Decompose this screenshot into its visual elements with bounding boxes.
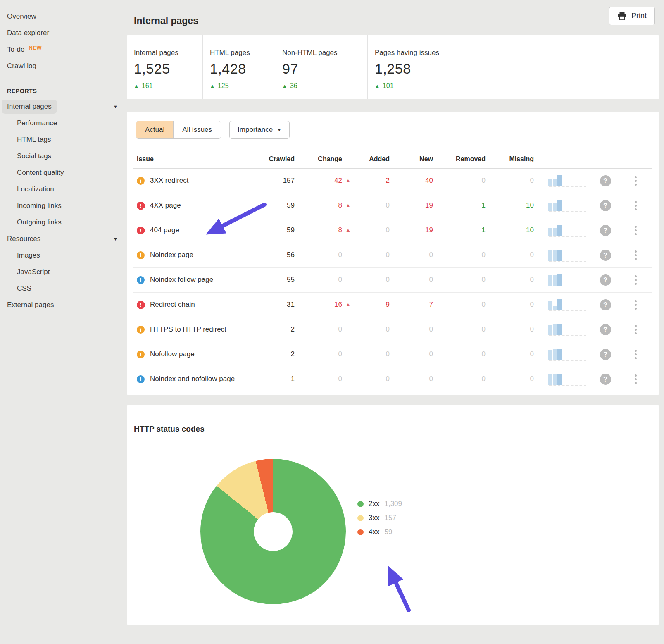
crawled-cell: 56 [253, 250, 295, 260]
sidebar-item-social-tags[interactable]: Social tags [0, 148, 127, 165]
kebab-menu-icon[interactable] [632, 299, 639, 310]
legend-item-4xx[interactable]: 4xx59 [357, 528, 402, 536]
new-cell: 19 [390, 200, 433, 211]
issue-cell: iHTTPS to HTTP redirect [133, 324, 253, 335]
removed-cell: 0 [433, 324, 486, 335]
tab-all-issues[interactable]: All issues [173, 121, 221, 138]
sidebar-item-performance[interactable]: Performance [0, 115, 127, 131]
help-icon[interactable]: ? [600, 324, 611, 335]
kebab-menu-icon[interactable] [632, 250, 639, 261]
column-header-missing[interactable]: Missing [486, 155, 534, 163]
sidebar-item-label: External pages [7, 301, 54, 309]
kebab-menu-icon[interactable] [632, 349, 639, 360]
help-icon[interactable]: ? [600, 200, 611, 211]
stat-value: 1,258 [375, 61, 655, 77]
kebab-dot [635, 205, 637, 207]
issue-cell: !4XX page [133, 200, 253, 211]
sidebar-item-html-tags[interactable]: HTML tags [0, 131, 127, 148]
sidebar-item-localization[interactable]: Localization [0, 181, 127, 198]
table-row[interactable]: iNoindex follow page550▲0000? [133, 268, 652, 293]
kebab-menu-icon[interactable] [632, 274, 639, 286]
stat-card-internal-pages[interactable]: Internal pages1,525▲161 [127, 35, 202, 99]
column-header-added[interactable]: Added [351, 155, 390, 163]
sidebar-item-css[interactable]: CSS [0, 280, 127, 297]
sidebar-item-incoming-links[interactable]: Incoming links [0, 198, 127, 214]
sidebar-item-javascript[interactable]: JavaScript [0, 264, 127, 280]
column-header-issue[interactable]: Issue [133, 155, 253, 163]
print-button[interactable]: Print [609, 7, 655, 25]
removed-cell: 1 [433, 200, 486, 211]
issue-cell: iNofollow page [133, 349, 253, 360]
column-header-new[interactable]: New [390, 155, 433, 163]
spark-bar [553, 374, 557, 385]
chart-panel: HTTP status codes 2xx1,3093xx1574xx59 [127, 405, 659, 625]
sidebar-item-internal-pages[interactable]: Internal pages▼ [0, 98, 127, 115]
table-row[interactable]: iNoindex and nofollow page10▲0000? [133, 367, 652, 391]
stat-delta: ▲125 [210, 82, 271, 90]
help-icon[interactable]: ? [600, 274, 611, 286]
table-row[interactable]: iNofollow page20▲0000? [133, 342, 652, 367]
kebab-menu-icon[interactable] [632, 374, 639, 385]
importance-dropdown[interactable]: Importance ▼ [229, 121, 290, 139]
spark-bar [548, 203, 552, 211]
spark-bar [553, 275, 557, 286]
warning-icon: i [137, 326, 145, 334]
chevron-down-icon[interactable]: ▼ [113, 236, 118, 241]
legend-item-3xx[interactable]: 3xx157 [357, 514, 402, 522]
kebab-menu-icon[interactable] [632, 200, 639, 211]
tab-actual[interactable]: Actual [136, 121, 173, 138]
table-row[interactable]: !404 page598▲019110? [133, 218, 652, 243]
sidebar-item-label: HTML tags [17, 136, 51, 144]
help-icon[interactable]: ? [600, 250, 611, 261]
table-row[interactable]: iNoindex page560▲0000? [133, 243, 652, 268]
column-header-removed[interactable]: Removed [433, 155, 486, 163]
help-cell: ? [592, 349, 619, 360]
help-cell: ? [592, 274, 619, 286]
issues-table-body: i3XX redirect15742▲24000?!4XX page598▲01… [133, 169, 652, 391]
kebab-menu-icon[interactable] [632, 324, 639, 335]
sidebar-item-resources[interactable]: Resources▼ [0, 231, 127, 247]
kebab-dot [635, 353, 637, 355]
sidebar-item-crawl-log[interactable]: Crawl log [0, 58, 127, 74]
added-cell: 9 [351, 299, 390, 310]
table-row[interactable]: iHTTPS to HTTP redirect20▲0000? [133, 317, 652, 342]
added-cell: 0 [351, 274, 390, 285]
sidebar-item-content-quality[interactable]: Content quality [0, 165, 127, 181]
sidebar-item-to-do[interactable]: To-doNEW [0, 41, 127, 58]
help-icon[interactable]: ? [600, 225, 611, 236]
column-header-change[interactable]: Change▲ [295, 155, 351, 163]
stat-card-pages-having-issues[interactable]: Pages having issues1,258▲101 [367, 35, 659, 99]
change-value: 8 [338, 200, 342, 211]
sidebar-item-overview[interactable]: Overview [0, 8, 127, 25]
new-cell: 0 [390, 324, 433, 335]
kebab-dot [635, 304, 637, 306]
menu-cell [619, 374, 652, 385]
chevron-down-icon[interactable]: ▼ [113, 104, 118, 109]
sidebar-item-data-explorer[interactable]: Data explorer [0, 25, 127, 41]
kebab-menu-icon[interactable] [632, 225, 639, 236]
triangle-up-icon: ▲ [282, 83, 287, 89]
help-icon[interactable]: ? [600, 374, 611, 385]
table-row[interactable]: !Redirect chain3116▲9700? [133, 293, 652, 317]
table-row[interactable]: !4XX page598▲019110? [133, 193, 652, 218]
sidebar-item-external-pages[interactable]: External pages [0, 297, 127, 313]
new-cell: 19 [390, 225, 433, 236]
table-row[interactable]: i3XX redirect15742▲24000? [133, 169, 652, 193]
column-header-crawled[interactable]: Crawled [253, 155, 295, 163]
help-icon[interactable]: ? [600, 299, 611, 310]
stat-card-html-pages[interactable]: HTML pages1,428▲125 [202, 35, 275, 99]
sidebar-item-label: Resources [7, 235, 40, 243]
sidebar-item-outgoing-links[interactable]: Outgoing links [0, 214, 127, 231]
legend-item-2xx[interactable]: 2xx1,309 [357, 500, 402, 508]
sidebar-item-images[interactable]: Images [0, 247, 127, 264]
stat-card-non-html-pages[interactable]: Non-HTML pages97▲36 [275, 35, 367, 99]
kebab-menu-icon[interactable] [632, 175, 639, 186]
trend-sparkline-chart [548, 250, 586, 261]
print-button-label: Print [631, 12, 647, 20]
legend-value: 157 [384, 514, 396, 522]
issue-label: 404 page [150, 225, 239, 236]
sidebar-item-label: JavaScript [17, 268, 50, 276]
change-value: 0 [338, 324, 342, 335]
help-icon[interactable]: ? [600, 349, 611, 360]
help-icon[interactable]: ? [600, 175, 611, 186]
